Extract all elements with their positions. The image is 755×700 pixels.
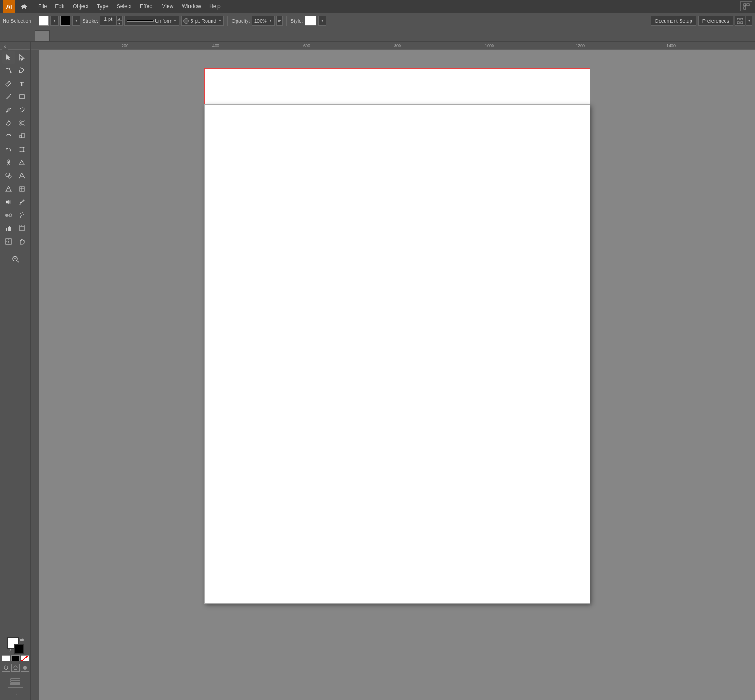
preferences-button[interactable]: Preferences: [698, 16, 733, 26]
tool-slice[interactable]: [2, 235, 15, 248]
fill-dropdown[interactable]: ▼: [50, 16, 59, 26]
screen-mode-normal[interactable]: [2, 664, 10, 672]
tool-eraser[interactable]: [2, 117, 15, 129]
svg-rect-55: [8, 227, 9, 231]
stroke-label: Stroke:: [82, 18, 98, 24]
tool-eyedropper[interactable]: [15, 196, 28, 208]
svg-rect-1: [744, 4, 746, 6]
svg-line-32: [7, 163, 9, 165]
menu-view[interactable]: View: [158, 1, 178, 11]
tool-paintbrush[interactable]: [2, 104, 15, 116]
tool-pen[interactable]: [2, 77, 15, 90]
svg-rect-7: [741, 22, 743, 24]
tool-type[interactable]: T: [15, 77, 28, 90]
tool-blend[interactable]: [2, 209, 15, 222]
tool-shaper[interactable]: [15, 156, 28, 169]
arrange-button[interactable]: [740, 1, 752, 11]
svg-point-53: [23, 214, 24, 215]
tool-perspective[interactable]: [2, 182, 15, 195]
tool-magic-wand[interactable]: [2, 64, 15, 77]
svg-line-12: [19, 70, 20, 73]
stroke-value-input[interactable]: 1 pt: [100, 16, 116, 26]
layers-button[interactable]: [8, 675, 23, 688]
fill-dropdown-arrow: ▼: [53, 19, 56, 23]
menu-file[interactable]: File: [35, 1, 50, 11]
tool-line[interactable]: [2, 90, 15, 103]
menu-window[interactable]: Window: [178, 1, 205, 11]
white-color-btn[interactable]: [2, 655, 10, 661]
tool-free-transform[interactable]: [15, 143, 28, 156]
stroke-down-btn[interactable]: ▼: [116, 21, 123, 26]
black-color-btn[interactable]: [11, 655, 20, 661]
tool-hand[interactable]: [15, 235, 28, 248]
stroke-type-dropdown[interactable]: Uniform ▼: [124, 16, 179, 26]
svg-point-50: [20, 213, 21, 214]
tool-symbol-sprayer[interactable]: [15, 209, 28, 222]
fill-swatch[interactable]: [39, 16, 49, 26]
svg-point-16: [20, 121, 21, 123]
tool-rotate[interactable]: [2, 130, 15, 143]
menu-edit[interactable]: Edit: [51, 1, 68, 11]
stroke-type-arrow: ▼: [173, 19, 177, 23]
stroke-cap-dropdown[interactable]: 5 pt. Round ▼: [181, 16, 224, 26]
menu-help[interactable]: Help: [206, 1, 224, 11]
style-swatch[interactable]: [305, 16, 316, 26]
main-area: « T: [0, 42, 755, 700]
arrange-dropdown-btn[interactable]: ▼: [746, 16, 752, 26]
collapse-panel-btn[interactable]: «: [2, 44, 8, 50]
none-color-btn[interactable]: [21, 655, 29, 661]
arrange-icon-btn[interactable]: [735, 16, 745, 26]
menu-object[interactable]: Object: [69, 1, 92, 11]
stroke-swatch-dropdown[interactable]: ▼: [72, 16, 80, 26]
stroke-up-btn[interactable]: ▲: [116, 16, 123, 21]
svg-line-31: [7, 162, 10, 163]
svg-rect-15: [20, 95, 24, 99]
screen-mode-full-menu[interactable]: [11, 664, 20, 672]
svg-line-14: [6, 94, 11, 99]
tool-direct-selection[interactable]: [15, 51, 28, 64]
stroke-swatch[interactable]: [60, 16, 70, 26]
tool-puppet-warp[interactable]: [2, 156, 15, 169]
tool-mesh[interactable]: [15, 182, 28, 195]
screen-mode-full[interactable]: [21, 664, 29, 672]
tool-live-paint[interactable]: [15, 169, 28, 182]
style-dropdown[interactable]: ▼: [318, 16, 326, 26]
svg-rect-58: [20, 226, 24, 231]
canvas-viewport[interactable]: [39, 50, 755, 700]
more-tools-btn[interactable]: ···: [11, 689, 19, 698]
style-arrow: ▼: [321, 19, 324, 23]
arrange-dropdown-arrow: ▼: [747, 19, 751, 23]
tool-blob-brush[interactable]: [15, 104, 28, 116]
menu-type[interactable]: Type: [93, 1, 112, 11]
color-boxes: ⇌ ↺: [7, 637, 24, 654]
reset-colors-icon[interactable]: ↺: [8, 648, 12, 653]
tool-column-graph[interactable]: [2, 222, 15, 235]
document-setup-button[interactable]: Document Setup: [651, 16, 696, 26]
document-tab[interactable]: [35, 30, 50, 41]
tool-artboard[interactable]: [15, 222, 28, 235]
tool-warp[interactable]: [2, 143, 15, 156]
svg-point-34: [19, 163, 20, 165]
svg-text:800: 800: [394, 44, 401, 48]
opacity-dropdown[interactable]: 100% ▼: [252, 16, 275, 26]
tool-lasso[interactable]: [15, 64, 28, 77]
tool-gradient[interactable]: [2, 196, 15, 208]
stroke-spinner[interactable]: ▲ ▼: [116, 16, 123, 26]
home-button[interactable]: [18, 1, 30, 11]
tool-rectangle[interactable]: [15, 90, 28, 103]
svg-marker-8: [6, 54, 10, 60]
background-color[interactable]: [14, 644, 24, 654]
svg-point-46: [20, 204, 21, 205]
tool-selection[interactable]: [2, 51, 15, 64]
tool-scissors[interactable]: [15, 117, 28, 129]
svg-point-17: [20, 123, 21, 125]
tool-shape-builder[interactable]: [2, 169, 15, 182]
svg-rect-75: [31, 42, 755, 50]
opacity-expand-btn[interactable]: ▶: [276, 16, 283, 26]
tool-zoom[interactable]: [3, 253, 28, 266]
menu-effect[interactable]: Effect: [136, 1, 157, 11]
svg-line-66: [17, 261, 19, 262]
tool-scale[interactable]: [15, 130, 28, 143]
menu-select[interactable]: Select: [113, 1, 135, 11]
swap-colors-icon[interactable]: ⇌: [20, 637, 24, 642]
